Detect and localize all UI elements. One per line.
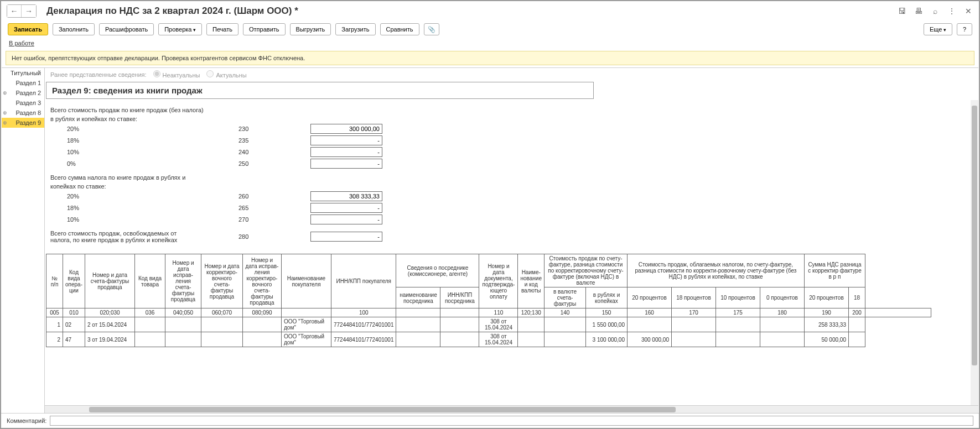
code-cell: 080;090 bbox=[243, 308, 282, 317]
code-cell: 110 bbox=[479, 308, 518, 317]
th-n20: 20 процентов bbox=[804, 287, 848, 308]
pct-label: 10% bbox=[50, 149, 238, 155]
th-inn: ИНН/КПП покупателя bbox=[331, 254, 396, 308]
code-cell: 170 bbox=[671, 308, 715, 317]
code-label: 250 bbox=[238, 160, 310, 167]
th-corr1: Номер и дата исправ-ления счета-фактуры … bbox=[165, 254, 201, 308]
code-cell: 040;050 bbox=[165, 308, 201, 317]
code-280: 280 bbox=[238, 233, 310, 240]
code-cell bbox=[440, 308, 479, 317]
pct-label: 0% bbox=[50, 160, 238, 167]
th-corr2: Номер и дата корректиро-вочного счета-фа… bbox=[201, 254, 243, 308]
nav-back[interactable]: ← bbox=[7, 5, 22, 17]
download-button[interactable]: Загрузить bbox=[335, 23, 375, 35]
nav-forward[interactable]: → bbox=[22, 5, 36, 17]
th-cost-tax: Стоимость продаж, облагаемых налогом, по… bbox=[627, 254, 804, 287]
sidebar-item-s1[interactable]: Раздел 1 bbox=[2, 78, 44, 88]
value-input-270[interactable] bbox=[310, 214, 382, 224]
send-button[interactable]: Отправить bbox=[243, 23, 286, 35]
code-cell: 120;130 bbox=[518, 308, 545, 317]
th-cost-inc: Стоимость продаж по счету-фактуре, разни… bbox=[544, 254, 627, 287]
close-icon[interactable]: ✕ bbox=[963, 6, 973, 16]
save-icon[interactable]: 🖫 bbox=[897, 6, 907, 16]
sidebar-item-s3[interactable]: Раздел 3 bbox=[2, 98, 44, 108]
sidebar-item-s9[interactable]: ⊕Раздел 9 bbox=[2, 118, 44, 128]
value-input-260[interactable] bbox=[310, 191, 382, 201]
value-input-240[interactable] bbox=[310, 147, 382, 157]
th-buyer: Наименование покупателя bbox=[282, 254, 331, 308]
attach-button[interactable]: 📎 bbox=[424, 23, 439, 35]
code-cell bbox=[865, 308, 931, 317]
decrypt-button[interactable]: Расшифровать bbox=[99, 23, 154, 35]
th-doc: Номер и дата документа, подтвержда-ющего… bbox=[479, 254, 518, 308]
preview-icon[interactable]: ⌕ bbox=[930, 6, 940, 16]
sidebar-item-title[interactable]: Титульный bbox=[2, 68, 44, 78]
radio-not-actual[interactable]: Неактуальны bbox=[153, 70, 200, 79]
kebab-icon[interactable]: ⋮ bbox=[947, 6, 957, 16]
info-bar: Нет ошибок, препятствующих отправке декл… bbox=[6, 51, 974, 65]
write-button[interactable]: Записать bbox=[8, 23, 48, 35]
comment-input[interactable] bbox=[50, 416, 973, 426]
th-val-curr: в валюте счета-фактуры bbox=[544, 287, 585, 308]
vertical-scrollbar[interactable] bbox=[971, 100, 978, 405]
pct-label: 18% bbox=[50, 137, 238, 144]
code-cell: 100 bbox=[331, 308, 396, 317]
th-nds: Сумма НДС разница с корректир фактуре в … bbox=[804, 254, 865, 287]
radio-actual[interactable]: Актуальны bbox=[206, 70, 246, 79]
upload-button[interactable]: Выгрузить bbox=[290, 23, 331, 35]
horizontal-scrollbar[interactable] bbox=[45, 405, 978, 413]
code-cell: 175 bbox=[715, 308, 760, 317]
more-button[interactable]: Еще bbox=[924, 23, 952, 35]
data-table: № п/п Код вида опера-ции Номер и дата сч… bbox=[46, 254, 931, 347]
label-exempt2: налога, по книге продаж в рублях и копей… bbox=[50, 237, 238, 243]
table-row[interactable]: 2473 от 19.04.2024 ООО "Торговый дом"772… bbox=[46, 332, 931, 347]
th-p20: 20 процентов bbox=[627, 287, 671, 308]
value-input-250[interactable] bbox=[310, 159, 382, 169]
compare-button[interactable]: Сравнить bbox=[380, 23, 419, 35]
th-goods: Код вида товара bbox=[135, 254, 165, 308]
th-sf: Номер и дата счета-фактуры продавца bbox=[85, 254, 135, 308]
print-icon[interactable]: 🖶 bbox=[914, 6, 924, 16]
window-title: Декларация по НДС за 2 квартал 2024 г. (… bbox=[46, 6, 897, 17]
code-cell: 180 bbox=[760, 308, 804, 317]
value-input-235[interactable] bbox=[310, 135, 382, 145]
th-agent-name: наименование посредника bbox=[396, 287, 440, 308]
label-exempt1: Всего стоимость продаж, освобождаемых от bbox=[50, 230, 238, 237]
code-label: 235 bbox=[238, 137, 310, 144]
status-link[interactable]: В работе bbox=[9, 40, 34, 46]
table-row[interactable]: 1022 от 15.04.2024 ООО "Торговый дом"772… bbox=[46, 317, 931, 332]
code-cell bbox=[282, 308, 331, 317]
label-kopeck: копейках по ставке: bbox=[50, 183, 973, 190]
th-num: № п/п bbox=[46, 254, 63, 308]
label-cost-no-tax: Всего стоимость продаж по книге продаж (… bbox=[50, 107, 973, 113]
code-cell: 160 bbox=[627, 308, 671, 317]
expand-icon[interactable]: ⊕ bbox=[3, 90, 7, 96]
th-p10: 10 процентов bbox=[715, 287, 760, 308]
code-cell: 036 bbox=[135, 308, 165, 317]
th-n18: 18 bbox=[848, 287, 865, 308]
expand-icon[interactable]: ⊕ bbox=[3, 110, 7, 116]
sidebar: Титульный Раздел 1 ⊕Раздел 2 Раздел 3 ⊕Р… bbox=[2, 68, 45, 413]
help-button[interactable]: ? bbox=[957, 23, 972, 35]
check-button[interactable]: Проверка bbox=[158, 23, 202, 35]
expand-icon[interactable]: ⊕ bbox=[3, 120, 7, 125]
th-corr3: Номер и дата исправ-ления корректиро-воч… bbox=[243, 254, 282, 308]
code-label: 230 bbox=[238, 125, 310, 132]
th-p0: 0 процентов bbox=[760, 287, 804, 308]
pct-label: 10% bbox=[50, 216, 238, 223]
code-label: 260 bbox=[238, 193, 310, 200]
code-label: 240 bbox=[238, 149, 310, 155]
code-cell: 190 bbox=[804, 308, 848, 317]
value-input-230[interactable] bbox=[310, 124, 382, 134]
sidebar-item-s8[interactable]: ⊕Раздел 8 bbox=[2, 108, 44, 118]
sidebar-item-s2[interactable]: ⊕Раздел 2 bbox=[2, 88, 44, 98]
fill-button[interactable]: Заполнить bbox=[53, 23, 95, 35]
code-cell: 200 bbox=[848, 308, 865, 317]
section-title: Раздел 9: сведения из книги продаж bbox=[46, 82, 594, 99]
print-button[interactable]: Печать bbox=[206, 23, 238, 35]
code-label: 270 bbox=[238, 216, 310, 223]
input-280[interactable] bbox=[310, 232, 382, 242]
code-label: 265 bbox=[238, 205, 310, 211]
value-input-265[interactable] bbox=[310, 203, 382, 213]
label-rub-rate: в рублях и копейках по ставке: bbox=[50, 116, 973, 122]
